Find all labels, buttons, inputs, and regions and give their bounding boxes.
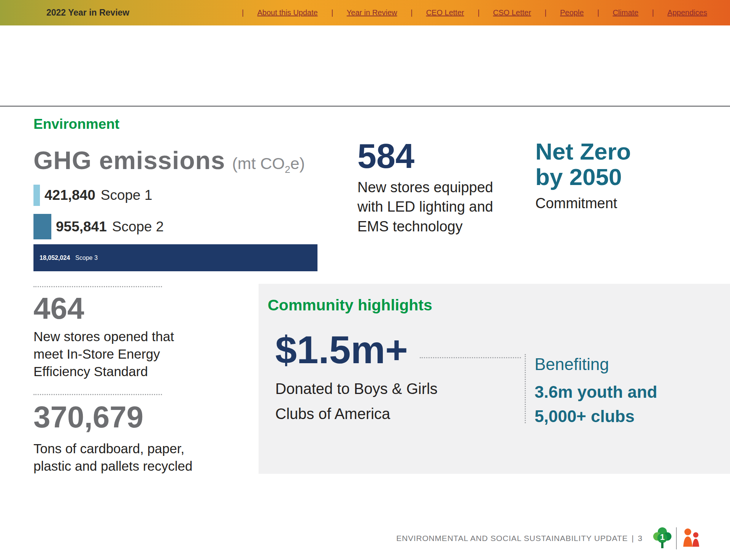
nav-separator: | xyxy=(597,8,599,17)
stat-led-stores-value: 584 xyxy=(357,139,414,173)
dotted-vertical-divider xyxy=(525,354,526,423)
scope-3-value: 18,052,024 xyxy=(40,255,70,261)
nav-separator: | xyxy=(331,8,333,17)
net-zero-subtitle: Commitment xyxy=(535,195,617,212)
nav-link-year-in-review[interactable]: Year in Review xyxy=(347,8,397,17)
scope-1-bar xyxy=(33,185,40,206)
ghg-bar-row-scope-1: 421,840Scope 1 xyxy=(33,185,152,206)
stat-led-stores-desc: New stores equipped with LED lighting an… xyxy=(357,178,493,236)
nav-link-appendices[interactable]: Appendices xyxy=(667,8,707,17)
ghg-bar-row-scope-2: 955,841Scope 2 xyxy=(33,214,164,239)
stat-new-stores-desc: New stores opened that meet In-Store Ene… xyxy=(33,328,174,380)
scope-2-category: Scope 2 xyxy=(112,219,164,234)
dotted-divider xyxy=(33,394,162,395)
dotted-divider xyxy=(33,286,162,287)
nav-link-about-this-update[interactable]: About this Update xyxy=(257,8,318,17)
family-dollar-logo xyxy=(681,526,702,551)
footer-page-number: 3 xyxy=(638,534,643,543)
brand-logos: 1 xyxy=(652,525,702,552)
scope-2-bar xyxy=(33,214,51,239)
footer-report-name: ENVIRONMENTAL AND SOCIAL SUSTAINABILITY … xyxy=(396,534,628,543)
scope-1-value: 421,840 xyxy=(44,187,95,203)
donation-desc: Donated to Boys & Girls Clubs of America xyxy=(275,376,438,427)
footer-title: ENVIRONMENTAL AND SOCIAL SUSTAINABILITY … xyxy=(396,534,643,543)
benefiting-label: Benefiting xyxy=(535,355,609,374)
svg-text:1: 1 xyxy=(660,532,665,542)
net-zero-title: Net Zero by 2050 xyxy=(535,139,631,190)
nav-separator: | xyxy=(242,8,244,17)
logo-divider xyxy=(676,527,677,549)
dollar-tree-logo: 1 xyxy=(652,526,672,551)
footer-separator: | xyxy=(632,534,634,543)
ghg-emissions-title: GHG emissions(mt CO2e) xyxy=(33,146,305,176)
section-label-environment: Environment xyxy=(33,116,119,132)
ghg-unit: (mt CO2e) xyxy=(232,154,305,172)
ghg-emissions-heading: GHG emissions xyxy=(33,146,225,174)
scope-1-label: 421,840Scope 1 xyxy=(44,187,152,203)
nav-link-climate[interactable]: Climate xyxy=(613,8,638,17)
scope-2-value: 955,841 xyxy=(56,219,107,234)
benefiting-stats: 3.6m youth and 5,000+ clubs xyxy=(535,380,657,429)
header-divider xyxy=(0,106,730,107)
nav-link-ceo-letter[interactable]: CEO Letter xyxy=(426,8,464,17)
stat-new-stores-value: 464 xyxy=(33,293,84,324)
top-nav-bar: 2022 Year in Review | About this Update … xyxy=(0,0,730,25)
scope-3-bar: 18,052,024Scope 3 xyxy=(33,244,317,271)
nav-separator: | xyxy=(411,8,413,17)
dotted-connector xyxy=(420,357,521,358)
scope-3-category: Scope 3 xyxy=(75,255,98,261)
top-nav: | About this Update | Year in Review | C… xyxy=(242,0,707,25)
donation-amount: $1.5m+ xyxy=(275,331,408,369)
nav-separator: | xyxy=(652,8,654,17)
nav-separator: | xyxy=(544,8,546,17)
stat-recycled-tons-desc: Tons of cardboard, paper, plastic and pa… xyxy=(33,440,192,475)
nav-link-cso-letter[interactable]: CSO Letter xyxy=(493,8,531,17)
nav-link-people[interactable]: People xyxy=(560,8,584,17)
ghg-bar-row-scope-3: 18,052,024Scope 3 xyxy=(33,244,317,271)
community-highlights-title: Community highlights xyxy=(268,296,432,314)
nav-separator: | xyxy=(478,8,479,17)
scope-2-label: 955,841Scope 2 xyxy=(56,219,164,235)
stat-recycled-tons-value: 370,679 xyxy=(33,402,143,432)
report-title: 2022 Year in Review xyxy=(46,0,129,25)
scope-1-category: Scope 1 xyxy=(101,187,152,203)
report-page: 2022 Year in Review | About this Update … xyxy=(0,0,730,560)
